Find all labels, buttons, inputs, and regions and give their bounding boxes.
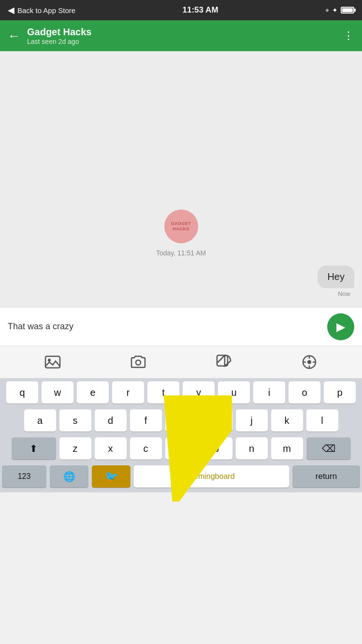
key-globe[interactable]: 🌐 xyxy=(50,465,88,488)
svg-line-4 xyxy=(217,355,225,363)
key-l[interactable]: l xyxy=(306,409,338,432)
key-return[interactable]: return xyxy=(292,465,360,488)
message-text: Hey xyxy=(327,271,345,282)
key-x[interactable]: x xyxy=(95,437,127,460)
svg-point-6 xyxy=(307,360,311,364)
key-numbers[interactable]: 123 xyxy=(2,465,46,488)
contact-name: Gadget Hacks xyxy=(27,27,343,38)
location-icon xyxy=(301,354,318,370)
camera-button[interactable] xyxy=(127,350,150,374)
keyboard-row-bottom: 123 🌐 🐦 Hemingboard return xyxy=(0,462,362,492)
key-g[interactable]: g xyxy=(165,409,197,432)
send-icon: ▶ xyxy=(336,320,345,334)
key-j[interactable]: j xyxy=(236,409,268,432)
send-button[interactable]: ▶ xyxy=(327,313,354,340)
key-a[interactable]: a xyxy=(24,409,56,432)
keyboard: q w e r t y u i o p a s d f g h j k l ⬆ … xyxy=(0,378,362,492)
location-icon: ⌖ xyxy=(325,6,329,14)
key-e[interactable]: e xyxy=(77,381,109,404)
svg-point-2 xyxy=(136,360,141,365)
key-w[interactable]: w xyxy=(42,381,73,404)
message-timestamp: Today, 11:51 AM xyxy=(156,249,206,257)
back-button[interactable]: ← xyxy=(8,28,20,43)
chat-header-info: Gadget Hacks Last seen 2d ago xyxy=(27,27,343,45)
key-c[interactable]: c xyxy=(130,437,162,460)
battery-icon xyxy=(341,7,354,14)
keyboard-row-2: a s d f g h j k l xyxy=(0,406,362,434)
key-hemingbird[interactable]: 🐦 xyxy=(92,465,130,488)
avatar-text-line2: HACKS xyxy=(173,226,189,232)
status-bar: ◀ Back to App Store 11:53 AM ⌖ ✦ xyxy=(0,0,362,20)
key-n[interactable]: n xyxy=(236,437,268,460)
contact-status: Last seen 2d ago xyxy=(27,38,343,45)
key-space[interactable]: Hemingboard xyxy=(134,465,289,488)
key-s[interactable]: s xyxy=(59,409,91,432)
key-k[interactable]: k xyxy=(271,409,303,432)
key-q[interactable]: q xyxy=(6,381,38,404)
key-z[interactable]: z xyxy=(59,437,91,460)
status-bar-left: ◀ Back to App Store xyxy=(8,5,75,15)
svg-point-1 xyxy=(48,359,51,362)
key-o[interactable]: o xyxy=(289,381,320,404)
sticker-button[interactable] xyxy=(212,350,235,374)
key-y[interactable]: y xyxy=(183,381,215,404)
status-bar-time: 11:53 AM xyxy=(183,5,218,15)
contact-avatar: GADGET HACKS xyxy=(164,210,198,243)
location-button[interactable] xyxy=(298,350,321,374)
key-d[interactable]: d xyxy=(95,409,127,432)
status-bar-right: ⌖ ✦ xyxy=(325,6,354,14)
back-to-appstore-label[interactable]: Back to App Store xyxy=(17,6,75,14)
image-button[interactable] xyxy=(41,350,64,374)
avatar-text-line1: GADGET xyxy=(171,221,191,226)
svg-rect-0 xyxy=(45,356,60,368)
message-bubble: Hey xyxy=(318,266,354,288)
toolbar xyxy=(0,346,362,378)
hemingbird-icon: 🐦 xyxy=(105,470,118,483)
message-input[interactable] xyxy=(8,320,327,334)
key-p[interactable]: p xyxy=(324,381,356,404)
key-r[interactable]: r xyxy=(112,381,144,404)
key-v[interactable]: v xyxy=(165,437,197,460)
key-m[interactable]: m xyxy=(271,437,303,460)
message-time: Now xyxy=(338,290,350,297)
camera-icon xyxy=(130,354,146,370)
more-options-button[interactable]: ⋮ xyxy=(343,29,354,42)
chat-content: GADGET HACKS Today, 11:51 AM Hey Now xyxy=(8,210,354,297)
key-h[interactable]: h xyxy=(201,409,232,432)
input-area: ▶ xyxy=(0,307,362,346)
back-to-appstore-icon: ◀ xyxy=(8,5,14,15)
key-t[interactable]: t xyxy=(147,381,179,404)
keyboard-row-3: ⬆ z x c v b n m ⌫ xyxy=(0,434,362,462)
key-u[interactable]: u xyxy=(218,381,250,404)
sticker-icon xyxy=(216,354,232,370)
key-delete[interactable]: ⌫ xyxy=(306,437,351,460)
key-shift[interactable]: ⬆ xyxy=(12,437,56,460)
key-f[interactable]: f xyxy=(130,409,162,432)
chat-header: ← Gadget Hacks Last seen 2d ago ⋮ xyxy=(0,20,362,51)
key-i[interactable]: i xyxy=(253,381,285,404)
key-b[interactable]: b xyxy=(201,437,232,460)
messages-container: Hey Now xyxy=(8,266,354,297)
image-icon xyxy=(44,354,61,370)
bluetooth-icon: ✦ xyxy=(332,6,338,14)
chat-area: GADGET HACKS Today, 11:51 AM Hey Now xyxy=(0,51,362,307)
keyboard-row-1: q w e r t y u i o p xyxy=(0,378,362,406)
